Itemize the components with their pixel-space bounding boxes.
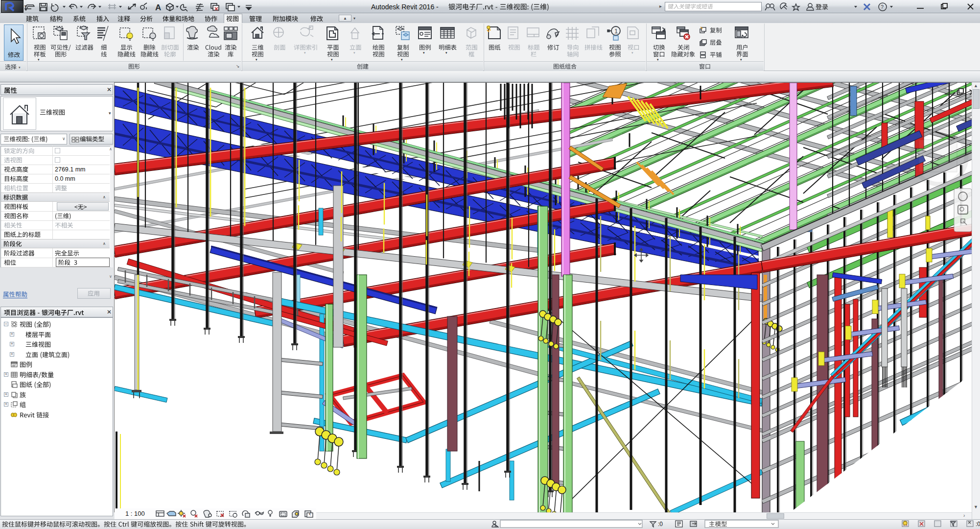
svg-text:?: ? — [881, 4, 884, 10]
svg-text::0: :0 — [658, 521, 663, 528]
svg-text:A: A — [155, 3, 161, 12]
svg-text::0: :0 — [976, 521, 980, 528]
svg-text:1: 1 — [614, 27, 618, 35]
